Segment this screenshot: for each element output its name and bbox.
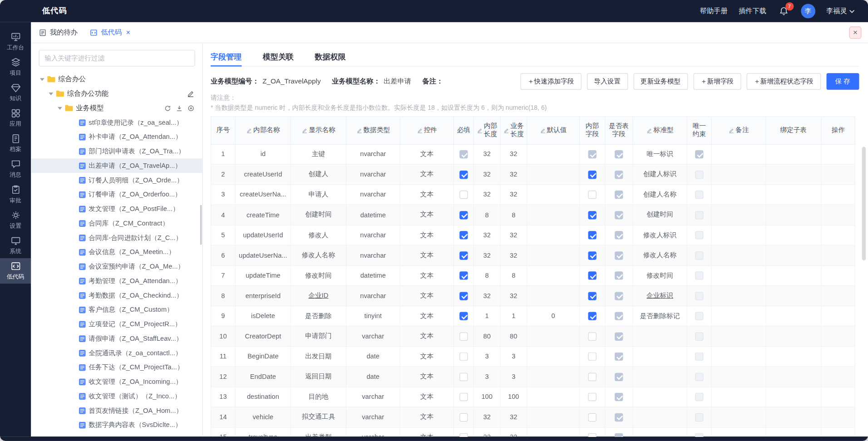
required-checkbox[interactable]: [459, 433, 468, 436]
caret-down-icon[interactable]: [49, 92, 53, 95]
tree-item-model[interactable]: 任务下达（Z_CM_ProjectTa...）: [31, 360, 202, 375]
tab-model-association[interactable]: 模型关联: [263, 48, 294, 66]
tree-item-model[interactable]: 考勤管理（Z_OA_Attendan...）: [31, 274, 202, 288]
tree-item-model[interactable]: 订餐申请（Z_OA_Orderfoo...）: [31, 187, 202, 202]
update-model-button[interactable]: 更新业务模型: [633, 73, 688, 90]
tree-folder-sub[interactable]: 综合办公功能: [31, 86, 202, 101]
save-button[interactable]: 保 存: [826, 73, 859, 90]
required-checkbox[interactable]: [459, 231, 468, 239]
notification-bell-button[interactable]: 7: [779, 6, 789, 16]
tree-item-model[interactable]: 会议室预约申请（Z_OA_Me...）: [31, 259, 202, 274]
add-field-button[interactable]: ＋新增字段: [693, 73, 741, 90]
tree-item-model[interactable]: 补卡申请（Z_OA_Attendan...）: [31, 130, 202, 144]
table-row[interactable]: 6updateUserNa...修改人名称nvarchar文本3232修改人名称: [211, 245, 855, 265]
nav-item-project[interactable]: 项目: [0, 54, 31, 80]
required-checkbox[interactable]: [459, 312, 468, 320]
nav-item-approval[interactable]: 审批: [0, 181, 31, 207]
tree-item-model[interactable]: 首页友情链接（Z_OA_Hom...）: [31, 403, 202, 418]
tree-item-model[interactable]: st印章使用记录（z_oa_seal...）: [31, 115, 202, 130]
required-checkbox[interactable]: [459, 332, 468, 340]
table-row[interactable]: 13destination目的地varchar文本100100: [211, 387, 855, 407]
tree-item-model[interactable]: 合同库（Z_CM_Contract）: [31, 216, 202, 230]
required-checkbox[interactable]: [459, 413, 468, 421]
tree-item-model[interactable]: 考勤数据（Z_OA_Checkind...）: [31, 288, 202, 303]
ifield-checkbox[interactable]: [588, 170, 596, 178]
table-row[interactable]: 5updateUserId修改人nvarchar文本3232修改人标识: [211, 225, 855, 245]
ifield-checkbox[interactable]: [588, 191, 596, 199]
import-settings-button[interactable]: 导入设置: [587, 73, 628, 90]
tree-item-model[interactable]: 合同库-合同进款计划（Z_C...）: [31, 230, 202, 245]
table-row[interactable]: 3createUserNa...申请人nvarchar文本3232创建人名称: [211, 185, 855, 205]
tree-item-model[interactable]: 请假申请（Z_OA_StaffLeav...）: [31, 331, 202, 346]
plugin-download-link[interactable]: 插件下载: [739, 6, 766, 16]
nav-item-workbench[interactable]: 工作台: [0, 29, 31, 54]
caret-down-icon[interactable]: [40, 78, 44, 81]
tree-item-model[interactable]: 客户信息（Z_CM_Custom）: [31, 303, 202, 317]
required-checkbox[interactable]: [459, 353, 468, 361]
table-row[interactable]: 4createTime创建时间datetime文本88创建时间: [211, 205, 855, 225]
tree-item-model[interactable]: 数据字典内容表（SvsDiclte...）: [31, 418, 202, 432]
tree-item-model[interactable]: 部门培训申请表（Z_OA_Tra...）: [31, 144, 202, 158]
required-checkbox[interactable]: [459, 170, 468, 178]
ifield-checkbox[interactable]: [588, 393, 596, 401]
quick-add-field-button[interactable]: ＋快速添加字段: [520, 73, 581, 90]
required-checkbox[interactable]: [459, 393, 468, 401]
tab-my-todo[interactable]: 我的待办: [39, 22, 77, 43]
tree-item-model[interactable]: 出差申请（Z_OA_TravelAp...）: [31, 158, 202, 173]
nav-item-system[interactable]: 系统: [0, 233, 31, 258]
ifield-checkbox[interactable]: [588, 211, 596, 219]
ifield-checkbox[interactable]: [588, 332, 596, 340]
nav-item-lowcode[interactable]: 低代码: [0, 258, 31, 284]
tab-close-icon[interactable]: ×: [126, 28, 130, 36]
ifield-checkbox[interactable]: [588, 353, 596, 361]
table-row[interactable]: 7updateTime修改时间datetime文本88修改时间: [211, 265, 855, 286]
tree-item-model[interactable]: 收文管理（测试）（Z_Inco...）: [31, 389, 202, 403]
add-flow-status-field-button[interactable]: ＋新增流程状态字段: [746, 73, 821, 90]
tab-data-permission[interactable]: 数据权限: [315, 48, 346, 66]
refresh-icon[interactable]: [164, 104, 171, 112]
avatar[interactable]: 李: [801, 4, 815, 19]
edit-pencil-icon[interactable]: [187, 90, 194, 98]
nav-item-knowledge[interactable]: 知识: [0, 80, 31, 105]
tree-item-model[interactable]: 订餐人员明细（Z_OA_Orde...）: [31, 173, 202, 187]
required-checkbox[interactable]: [459, 211, 468, 219]
table-scrollbar[interactable]: [862, 147, 866, 260]
tree-search-input[interactable]: [39, 50, 195, 67]
required-checkbox[interactable]: [459, 271, 468, 279]
table-row[interactable]: 14vehicle拟交通工具varchar文本3232: [211, 407, 855, 427]
ifield-checkbox[interactable]: [588, 372, 596, 381]
close-panel-button[interactable]: ×: [849, 26, 862, 39]
table-row[interactable]: 11BeginDate出发日期date文本33: [211, 346, 855, 367]
tree-item-model[interactable]: 会议信息（Z_OA_Meetin...）: [31, 245, 202, 260]
add-circle-icon[interactable]: [187, 104, 195, 112]
nav-item-settings[interactable]: 设置: [0, 207, 31, 233]
ifield-checkbox[interactable]: [588, 251, 596, 260]
table-row[interactable]: 12EndDate返回日期date文本33: [211, 367, 855, 387]
table-row[interactable]: 15traveltype出差类型varchar文本3232: [211, 427, 855, 437]
ifield-checkbox[interactable]: [588, 312, 596, 320]
tab-lowcode-workspace[interactable]: 低代码 ×: [90, 22, 130, 43]
ifield-checkbox[interactable]: [588, 271, 596, 279]
tab-field-management[interactable]: 字段管理: [211, 48, 242, 66]
panel-resize-handle[interactable]: [200, 205, 202, 245]
user-menu[interactable]: 李福灵: [826, 6, 855, 16]
download-icon[interactable]: [176, 104, 183, 112]
tree-item-model[interactable]: 全院通讯录（z_oa_contactl...）: [31, 346, 202, 360]
required-checkbox[interactable]: [459, 251, 468, 260]
nav-item-application[interactable]: 应用: [0, 105, 31, 131]
required-checkbox[interactable]: [459, 191, 468, 199]
table-row[interactable]: 1id主键nvarchar文本3232唯一标识: [211, 144, 855, 165]
caret-down-icon[interactable]: [58, 107, 62, 109]
ifield-checkbox[interactable]: [588, 231, 596, 239]
help-manual-link[interactable]: 帮助手册: [700, 6, 728, 16]
nav-item-messages[interactable]: 消息: [0, 156, 31, 181]
required-checkbox[interactable]: [459, 292, 468, 300]
tree-folder-group[interactable]: 业务模型: [31, 101, 202, 115]
ifield-checkbox[interactable]: [588, 413, 596, 421]
tree-item-model[interactable]: 立项登记（Z_CM_ProjectR...）: [31, 317, 202, 331]
tree-item-model[interactable]: 收文管理（Z_OA_Incoming...）: [31, 374, 202, 389]
required-checkbox[interactable]: [459, 372, 468, 381]
table-row[interactable]: 8enterpriseId企业IDnvarchar文本3232企业标识: [211, 286, 855, 306]
nav-item-archives[interactable]: 档案: [0, 131, 31, 156]
ifield-checkbox[interactable]: [588, 292, 596, 300]
